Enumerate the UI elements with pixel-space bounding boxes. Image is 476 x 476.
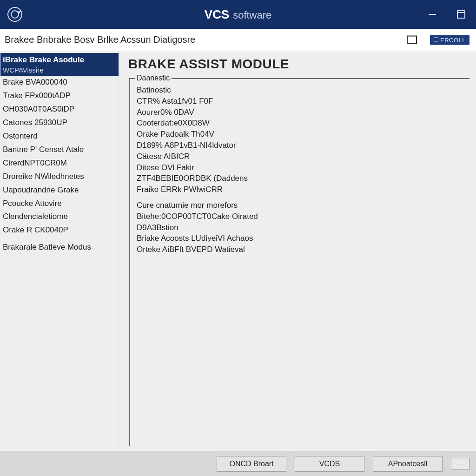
minimize-icon[interactable] [426,8,439,21]
statusbar-button-2[interactable]: VCDS [295,456,364,472]
list-item: D189% A8P1vB1-NI4ldvator [137,140,465,151]
statusbar-button-1[interactable]: ONCD Broart [217,456,286,472]
list-item: Orteke AiBFft BVEPD Watieval [137,244,465,255]
sidebar-item[interactable]: Droreike NWiledhnetes [0,170,119,184]
sidebar-footer-item[interactable]: Brakarale Batleve Modus [0,241,119,254]
list-item: CTR% Asta1fv01 F0F [137,96,465,107]
list-item: ZTF4BEBIE0ORDBK (Daddens [137,173,465,184]
diagnostic-panel: Daanestic Batinostic CTR% Asta1fv01 F0F … [129,78,469,446]
list-item: Briake Acoosts LUdiyeiVI Achaos [137,233,465,244]
list-item: Cure cnaturnie mor morefors [137,200,465,211]
sidebar-selected-title[interactable]: iBrake Brake Asodule [0,53,119,66]
list-item: Ditese OVl Fakir [137,162,465,173]
app-title: VCS software [205,7,272,22]
panel-legend: Daanestic [135,74,172,82]
sidebar: iBrake Brake Asodule WCPAVissire Brake B… [0,51,119,451]
app-suffix: software [233,9,271,21]
list-item: Cooterdat:e0X0D8W [137,118,465,129]
status-badge[interactable]: ERCOLL [430,35,469,45]
sidebar-item[interactable]: Brake BVA000040 [0,76,119,89]
badge-label: ERCOLL [440,36,466,43]
titlebar: VCS software [0,0,476,29]
statusbar-mini-button[interactable]: · · [451,458,469,470]
sidebar-item[interactable]: Ostonterd [0,130,119,143]
page-title: BRAKE ASSIST MODULE [128,57,469,72]
sidebar-item[interactable]: Catones 25930UP [0,116,119,130]
list-item: Batinostic [137,85,465,96]
sidebar-item[interactable]: OH030A0T0AS0iDP [0,103,119,116]
window-restore-icon[interactable] [407,36,417,44]
badge-square-icon [434,38,438,42]
sidebar-item[interactable]: Trake FPx000tADP [0,89,119,103]
list-item: Cätese AIBfCR [137,151,465,162]
sidebar-item[interactable]: Bantne P' Censet Atale [0,143,119,157]
list-item: Fraike ERRk PWlwiCRR [137,184,465,195]
list-item: Aourer0% 0DAV [137,107,465,118]
sidebar-item[interactable]: Uapoudrandne Grake [0,184,119,197]
list-item: D9A3Bstion [137,222,465,233]
sidebar-selected-subtitle[interactable]: WCPAVissire [0,66,119,76]
svg-rect-3 [457,11,465,18]
statusbar: ONCD Broart VCDS APnoatcesll · · [0,451,476,476]
sidebar-item[interactable]: Clendencialetiome [0,210,119,224]
svg-point-1 [11,11,19,18]
window-controls [426,8,468,21]
app-name: VCS [205,7,229,22]
list-item: Orake Padoalk Th04V [137,129,465,140]
main-content: BRAKE ASSIST MODULE Daanestic Batinostic… [119,51,476,451]
breadcrumb-bar: Brakee Bnbrake Bosv Brlke Acssun Diatigo… [0,29,476,51]
breadcrumb: Brakee Bnbrake Bosv Brlke Acssun Diatigo… [5,34,195,45]
maximize-icon[interactable] [455,8,468,21]
sidebar-item[interactable]: Pcoucke Attovire [0,197,119,211]
body: iBrake Brake Asodule WCPAVissire Brake B… [0,51,476,451]
statusbar-button-3[interactable]: APnoatcesll [373,456,443,472]
list-item: Bitehe:0COP00TCT0Cake Oirated [137,211,465,222]
svg-point-0 [8,7,22,21]
app-logo-icon [6,5,24,24]
sidebar-item[interactable]: Orake R CK0040P [0,224,119,237]
sidebar-item[interactable]: CirerdNPT0CR0M [0,157,119,170]
